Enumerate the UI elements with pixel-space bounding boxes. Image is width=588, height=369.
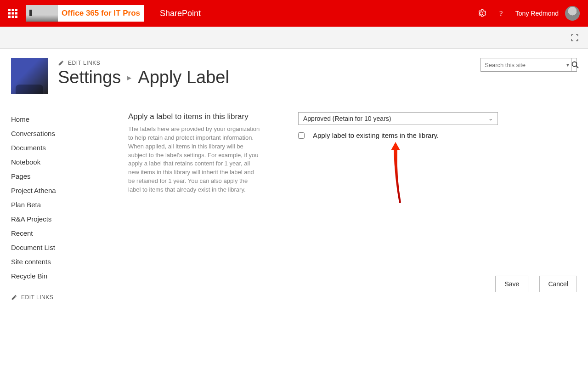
annotation-arrow-icon (386, 141, 405, 205)
nav-item-document-list[interactable]: Document List (11, 240, 128, 255)
apply-existing-label: Apply label to existing items in the lib… (313, 131, 439, 139)
pencil-icon (11, 294, 17, 301)
svg-rect-1 (12, 9, 14, 11)
svg-rect-7 (12, 16, 14, 18)
tenant-logo-image (26, 5, 58, 22)
nav-item-notebook[interactable]: Notebook (11, 155, 128, 169)
svg-rect-5 (15, 12, 17, 15)
save-button[interactable]: Save (495, 276, 528, 292)
pencil-icon (58, 60, 64, 66)
nav-item-ra-projects[interactable]: R&A Projects (11, 212, 128, 226)
nav-item-pages[interactable]: Pages (11, 169, 128, 183)
form-column: Approved (Retain for 10 years) ⌄ Apply l… (280, 112, 577, 302)
nav-item-home[interactable]: Home (11, 112, 128, 126)
search-icon (571, 61, 579, 68)
search-input[interactable] (481, 58, 565, 71)
edit-links-top[interactable]: EDIT LINKS (58, 60, 100, 66)
edit-links-label: EDIT LINKS (68, 60, 100, 66)
svg-point-10 (572, 62, 577, 67)
breadcrumb-current: Apply Label (138, 68, 229, 87)
svg-rect-3 (8, 12, 11, 15)
breadcrumb-parent[interactable]: Settings (58, 68, 121, 87)
search-box: ▼ (481, 58, 577, 72)
site-thumbnail[interactable] (11, 58, 48, 94)
top-bar: Office 365 for IT Pros SharePoint ? Tony… (0, 0, 588, 27)
nav-item-project-athena[interactable]: Project Athena (11, 183, 128, 198)
sub-bar (0, 27, 588, 49)
cancel-button[interactable]: Cancel (539, 276, 577, 292)
section-title: Apply a label to items in this library (128, 112, 261, 121)
svg-line-11 (577, 66, 579, 68)
nav-item-site-contents[interactable]: Site contents (11, 255, 128, 269)
help-icon[interactable]: ? (497, 9, 506, 18)
chevron-down-icon: ⌄ (488, 115, 493, 122)
search-button[interactable] (571, 58, 579, 71)
focus-mode-icon[interactable] (571, 34, 579, 42)
description-column: Apply a label to items in this library T… (128, 112, 280, 302)
nav-item-recent[interactable]: Recent (11, 226, 128, 240)
nav-item-conversations[interactable]: Conversations (11, 126, 128, 141)
nav-item-plan-beta[interactable]: Plan Beta (11, 198, 128, 212)
app-launcher-icon[interactable] (8, 9, 17, 18)
svg-rect-2 (15, 9, 17, 11)
search-scope-dropdown-icon[interactable]: ▼ (565, 62, 571, 68)
breadcrumb-separator-icon: ▸ (127, 73, 131, 83)
svg-rect-8 (15, 16, 17, 18)
label-select[interactable]: Approved (Retain for 10 years) ⌄ (298, 112, 498, 125)
user-name[interactable]: Tony Redmond (515, 10, 559, 17)
svg-rect-0 (8, 9, 11, 11)
left-nav: Home Conversations Documents Notebook Pa… (11, 112, 128, 302)
avatar[interactable] (565, 6, 580, 21)
nav-item-documents[interactable]: Documents (11, 141, 128, 155)
section-description: The labels here are provided by your org… (128, 125, 261, 194)
tenant-logo[interactable]: Office 365 for IT Pros (26, 5, 144, 22)
nav-item-recycle-bin[interactable]: Recycle Bin (11, 269, 128, 283)
apply-existing-checkbox[interactable] (298, 132, 305, 139)
app-name[interactable]: SharePoint (160, 9, 471, 18)
edit-links-bottom[interactable]: EDIT LINKS (11, 294, 53, 301)
label-select-value: Approved (Retain for 10 years) (303, 115, 391, 122)
gear-icon[interactable] (477, 9, 486, 18)
svg-text:?: ? (499, 9, 503, 18)
tenant-logo-text: Office 365 for IT Pros (58, 5, 144, 22)
edit-links-bottom-label: EDIT LINKS (21, 294, 53, 301)
svg-rect-4 (12, 12, 14, 15)
breadcrumb: Settings ▸ Apply Label (58, 68, 481, 87)
svg-rect-6 (8, 16, 11, 18)
